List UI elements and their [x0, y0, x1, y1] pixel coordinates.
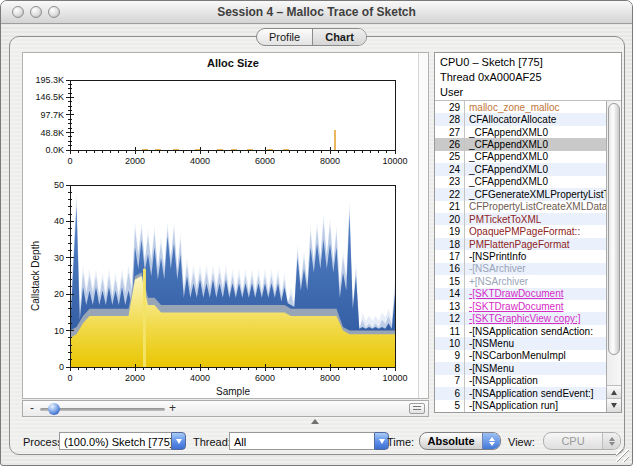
callstack-row[interactable]: 8-[NSMenu — [435, 362, 621, 374]
callstack-row[interactable]: 27_CFAppendXML0 — [435, 126, 621, 138]
scroll-down-button[interactable] — [607, 398, 621, 412]
zoom-slider-track[interactable] — [40, 408, 165, 411]
svg-text:0: 0 — [67, 373, 72, 383]
view-label: View: — [508, 433, 535, 451]
callstack-scrollbar[interactable] — [606, 101, 621, 412]
tab-chart[interactable]: Chart — [312, 29, 366, 45]
svg-text:30: 30 — [54, 253, 64, 263]
callstack-row[interactable]: 7-[NSApplication — [435, 375, 621, 387]
row-number: 24 — [435, 163, 465, 175]
function-name: -[NSApplication — [465, 375, 621, 387]
tab-profile[interactable]: Profile — [257, 29, 312, 45]
cpu-process-line: CPU0 – Sketch [775] — [440, 55, 616, 70]
function-name: malloc_zone_malloc — [465, 101, 621, 113]
callstack-row[interactable]: 24_CFAppendXML0 — [435, 163, 621, 175]
svg-text:4000: 4000 — [190, 156, 210, 166]
row-number: 14 — [435, 288, 465, 300]
callstack-row[interactable]: 6-[NSApplication sendEvent:] — [435, 387, 621, 399]
callstack-row[interactable]: 26_CFAppendXML0 — [435, 138, 621, 150]
callstack-row[interactable]: 15+[NSArchiver — [435, 275, 621, 287]
svg-text:48.8K: 48.8K — [40, 128, 64, 138]
svg-text:4000: 4000 — [190, 373, 210, 383]
function-name: -[NSApplication sendAction: — [465, 325, 621, 337]
function-name: _CFAppendXML0 — [465, 176, 621, 188]
time-popup[interactable]: Absolute — [419, 432, 501, 450]
callstack-depth-chart: 010203040500200040006000800010000SampleC… — [23, 168, 420, 404]
zoom-out-label[interactable]: - — [30, 401, 34, 416]
process-value: (100.0%) Sketch [775] — [59, 432, 171, 450]
callstack-row[interactable]: 9-[NSCarbonMenuImpl — [435, 350, 621, 362]
row-number: 26 — [435, 138, 465, 150]
svg-text:Sample: Sample — [216, 386, 250, 397]
view-value: CPU — [544, 433, 602, 449]
row-number: 11 — [435, 325, 465, 337]
callstack-row[interactable]: 11-[NSApplication sendAction: — [435, 325, 621, 337]
dropdown-arrow-icon[interactable] — [171, 432, 186, 450]
callstack-row[interactable]: 19OpaquePMPageFormat:: — [435, 225, 621, 237]
chart-vertical-scroll-strip — [418, 53, 428, 398]
function-name: _CFAppendXML0 — [465, 163, 621, 175]
collapse-caret-icon — [311, 419, 319, 424]
window-title: Session 4 – Malloc Trace of Sketch — [1, 1, 632, 23]
row-number: 5 — [435, 400, 465, 412]
resize-grip[interactable] — [616, 449, 629, 462]
function-name: +[NSArchiver — [465, 275, 621, 287]
scroll-up-button[interactable] — [607, 385, 621, 399]
function-name: OpaquePMPageFormat:: — [465, 225, 621, 237]
callstack-row[interactable]: 22_CFGenerateXMLPropertyListT — [435, 188, 621, 200]
zoom-in-label[interactable]: + — [169, 401, 176, 416]
scrollbar-thumb[interactable] — [608, 103, 620, 355]
svg-text:0: 0 — [67, 156, 72, 166]
callstack-row[interactable]: 20PMTicketToXML — [435, 213, 621, 225]
pane-grip-button[interactable] — [409, 403, 425, 414]
callstack-row[interactable]: 12-[SKTGraphicView copy:] — [435, 312, 621, 324]
row-number: 18 — [435, 238, 465, 250]
svg-text:50: 50 — [54, 180, 64, 190]
down-arrow-icon — [611, 403, 617, 408]
callstack-row[interactable]: 28CFAllocatorAllocate — [435, 113, 621, 125]
callstack-row[interactable]: 13-[SKTDrawDocument — [435, 300, 621, 312]
callstack-row[interactable]: 18PMFlattenPageFormat — [435, 238, 621, 250]
thread-combobox[interactable]: All — [229, 432, 389, 450]
row-number: 13 — [435, 300, 465, 312]
function-name: PMTicketToXML — [465, 213, 621, 225]
callstack-row[interactable]: 10-[NSMenu — [435, 337, 621, 349]
callstack-row[interactable]: 5-[NSApplication run] — [435, 400, 621, 412]
svg-text:195.3K: 195.3K — [35, 75, 64, 85]
svg-text:Alloc Size: Alloc Size — [207, 57, 259, 69]
row-number: 8 — [435, 362, 465, 374]
process-combobox[interactable]: (100.0%) Sketch [775] — [59, 432, 186, 450]
thread-line: Thread 0xA000AF25 — [440, 70, 616, 85]
view-popup: CPU — [543, 432, 621, 450]
callstack-panel: CPU0 – Sketch [775] Thread 0xA000AF25 Us… — [434, 52, 622, 413]
row-number: 16 — [435, 263, 465, 275]
callstack-row[interactable]: 21CFPropertyListCreateXMLData — [435, 201, 621, 213]
row-number: 21 — [435, 201, 465, 213]
zoom-slider-thumb[interactable] — [48, 403, 60, 415]
row-number: 27 — [435, 126, 465, 138]
svg-text:Callstack Depth: Callstack Depth — [30, 241, 41, 311]
function-name: _CFAppendXML0 — [465, 138, 621, 150]
row-number: 20 — [435, 213, 465, 225]
svg-text:2000: 2000 — [125, 156, 145, 166]
alloc-size-chart: Alloc Size0.0K48.8K97.7K146.5K195.3K0200… — [23, 53, 420, 172]
function-name: _CFAppendXML0 — [465, 151, 621, 163]
callstack-row[interactable]: 29malloc_zone_malloc — [435, 101, 621, 113]
callstack-row[interactable]: 16-[NSArchiver — [435, 263, 621, 275]
svg-text:10: 10 — [54, 326, 64, 336]
thread-value: All — [229, 432, 374, 450]
svg-text:10000: 10000 — [382, 156, 407, 166]
callstack-row[interactable]: 17-[NSPrintInfo — [435, 250, 621, 262]
up-arrow-icon — [611, 390, 617, 395]
callstack-row[interactable]: 14-[SKTDrawDocument — [435, 288, 621, 300]
time-value: Absolute — [420, 433, 482, 449]
callstack-row[interactable]: 25_CFAppendXML0 — [435, 151, 621, 163]
user-line: User — [440, 85, 616, 100]
row-number: 17 — [435, 250, 465, 262]
function-name: -[NSCarbonMenuImpl — [465, 350, 621, 362]
function-name: _CFAppendXML0 — [465, 126, 621, 138]
callstack-row[interactable]: 23_CFAppendXML0 — [435, 176, 621, 188]
row-number: 15 — [435, 275, 465, 287]
function-name: -[NSPrintInfo — [465, 250, 621, 262]
function-name: -[NSMenu — [465, 362, 621, 374]
